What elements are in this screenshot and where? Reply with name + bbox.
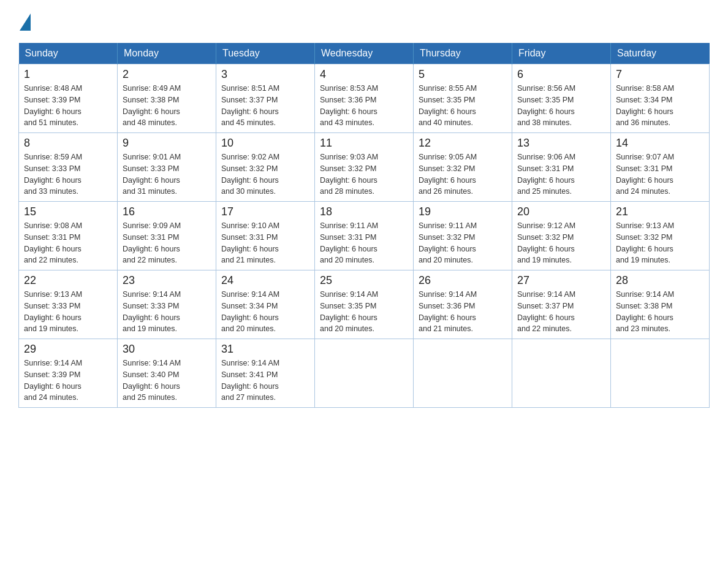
day-number: 19 bbox=[419, 205, 507, 218]
day-info: Sunrise: 9:14 AMSunset: 3:38 PMDaylight:… bbox=[616, 289, 704, 335]
calendar-header-wednesday: Wednesday bbox=[315, 43, 414, 64]
day-info: Sunrise: 9:13 AMSunset: 3:32 PMDaylight:… bbox=[616, 220, 704, 266]
day-info: Sunrise: 8:56 AMSunset: 3:35 PMDaylight:… bbox=[517, 83, 605, 129]
calendar-header-tuesday: Tuesday bbox=[216, 43, 315, 64]
day-number: 10 bbox=[221, 137, 309, 150]
day-number: 2 bbox=[123, 68, 211, 81]
day-info: Sunrise: 8:49 AMSunset: 3:38 PMDaylight:… bbox=[123, 83, 211, 129]
calendar-cell: 23Sunrise: 9:14 AMSunset: 3:33 PMDayligh… bbox=[118, 270, 216, 339]
day-number: 12 bbox=[419, 137, 507, 150]
day-info: Sunrise: 9:14 AMSunset: 3:40 PMDaylight:… bbox=[123, 358, 211, 404]
day-info: Sunrise: 9:06 AMSunset: 3:31 PMDaylight:… bbox=[517, 151, 605, 197]
day-info: Sunrise: 9:02 AMSunset: 3:32 PMDaylight:… bbox=[221, 151, 309, 197]
calendar-cell: 9Sunrise: 9:01 AMSunset: 3:33 PMDaylight… bbox=[118, 133, 216, 202]
day-info: Sunrise: 9:14 AMSunset: 3:37 PMDaylight:… bbox=[517, 289, 605, 335]
day-number: 6 bbox=[517, 68, 605, 81]
day-number: 23 bbox=[123, 274, 211, 287]
day-number: 28 bbox=[616, 274, 704, 287]
calendar-cell: 22Sunrise: 9:13 AMSunset: 3:33 PMDayligh… bbox=[19, 270, 118, 339]
calendar-cell: 12Sunrise: 9:05 AMSunset: 3:32 PMDayligh… bbox=[414, 133, 512, 202]
calendar-header-monday: Monday bbox=[118, 43, 216, 64]
calendar-week-row: 22Sunrise: 9:13 AMSunset: 3:33 PMDayligh… bbox=[19, 270, 710, 339]
calendar-header-thursday: Thursday bbox=[414, 43, 512, 64]
calendar-header-row: SundayMondayTuesdayWednesdayThursdayFrid… bbox=[19, 43, 710, 64]
day-info: Sunrise: 9:12 AMSunset: 3:32 PMDaylight:… bbox=[517, 220, 605, 266]
calendar-cell: 20Sunrise: 9:12 AMSunset: 3:32 PMDayligh… bbox=[512, 202, 611, 270]
calendar-header-friday: Friday bbox=[512, 43, 611, 64]
logo bbox=[18, 12, 33, 31]
day-number: 8 bbox=[24, 137, 112, 150]
day-info: Sunrise: 9:14 AMSunset: 3:33 PMDaylight:… bbox=[123, 289, 211, 335]
calendar-cell: 24Sunrise: 9:14 AMSunset: 3:34 PMDayligh… bbox=[216, 270, 315, 339]
calendar-header-sunday: Sunday bbox=[19, 43, 118, 64]
day-number: 22 bbox=[24, 274, 112, 287]
day-info: Sunrise: 8:55 AMSunset: 3:35 PMDaylight:… bbox=[419, 83, 507, 129]
calendar-header-saturday: Saturday bbox=[611, 43, 710, 64]
calendar-cell: 2Sunrise: 8:49 AMSunset: 3:38 PMDaylight… bbox=[118, 64, 216, 133]
calendar-cell bbox=[611, 339, 710, 408]
day-number: 3 bbox=[221, 68, 309, 81]
day-number: 13 bbox=[517, 137, 605, 150]
day-number: 26 bbox=[419, 274, 507, 287]
day-number: 1 bbox=[24, 68, 112, 81]
day-info: Sunrise: 9:09 AMSunset: 3:31 PMDaylight:… bbox=[123, 220, 211, 266]
calendar-cell: 15Sunrise: 9:08 AMSunset: 3:31 PMDayligh… bbox=[19, 202, 118, 270]
calendar-cell: 25Sunrise: 9:14 AMSunset: 3:35 PMDayligh… bbox=[315, 270, 414, 339]
day-info: Sunrise: 9:13 AMSunset: 3:33 PMDaylight:… bbox=[24, 289, 112, 335]
day-info: Sunrise: 9:14 AMSunset: 3:34 PMDaylight:… bbox=[221, 289, 309, 335]
day-info: Sunrise: 8:59 AMSunset: 3:33 PMDaylight:… bbox=[24, 151, 112, 197]
day-info: Sunrise: 9:11 AMSunset: 3:31 PMDaylight:… bbox=[320, 220, 408, 266]
calendar-cell: 18Sunrise: 9:11 AMSunset: 3:31 PMDayligh… bbox=[315, 202, 414, 270]
calendar-cell: 6Sunrise: 8:56 AMSunset: 3:35 PMDaylight… bbox=[512, 64, 611, 133]
calendar-week-row: 29Sunrise: 9:14 AMSunset: 3:39 PMDayligh… bbox=[19, 339, 710, 408]
calendar-cell: 7Sunrise: 8:58 AMSunset: 3:34 PMDaylight… bbox=[611, 64, 710, 133]
calendar-table: SundayMondayTuesdayWednesdayThursdayFrid… bbox=[18, 43, 710, 408]
day-number: 16 bbox=[123, 205, 211, 218]
calendar-cell bbox=[315, 339, 414, 408]
day-info: Sunrise: 8:48 AMSunset: 3:39 PMDaylight:… bbox=[24, 83, 112, 129]
day-number: 14 bbox=[616, 137, 704, 150]
day-number: 27 bbox=[517, 274, 605, 287]
day-number: 20 bbox=[517, 205, 605, 218]
day-info: Sunrise: 9:14 AMSunset: 3:39 PMDaylight:… bbox=[24, 358, 112, 404]
day-info: Sunrise: 9:08 AMSunset: 3:31 PMDaylight:… bbox=[24, 220, 112, 266]
calendar-cell: 13Sunrise: 9:06 AMSunset: 3:31 PMDayligh… bbox=[512, 133, 611, 202]
day-info: Sunrise: 9:14 AMSunset: 3:36 PMDaylight:… bbox=[419, 289, 507, 335]
day-info: Sunrise: 9:01 AMSunset: 3:33 PMDaylight:… bbox=[123, 151, 211, 197]
calendar-cell: 21Sunrise: 9:13 AMSunset: 3:32 PMDayligh… bbox=[611, 202, 710, 270]
day-number: 21 bbox=[616, 205, 704, 218]
day-number: 18 bbox=[320, 205, 408, 218]
day-number: 4 bbox=[320, 68, 408, 81]
calendar-cell: 10Sunrise: 9:02 AMSunset: 3:32 PMDayligh… bbox=[216, 133, 315, 202]
day-number: 24 bbox=[221, 274, 309, 287]
day-info: Sunrise: 9:14 AMSunset: 3:35 PMDaylight:… bbox=[320, 289, 408, 335]
day-info: Sunrise: 9:11 AMSunset: 3:32 PMDaylight:… bbox=[419, 220, 507, 266]
day-number: 7 bbox=[616, 68, 704, 81]
day-number: 29 bbox=[24, 343, 112, 356]
day-number: 30 bbox=[123, 343, 211, 356]
calendar-cell: 27Sunrise: 9:14 AMSunset: 3:37 PMDayligh… bbox=[512, 270, 611, 339]
day-number: 15 bbox=[24, 205, 112, 218]
day-info: Sunrise: 8:51 AMSunset: 3:37 PMDaylight:… bbox=[221, 83, 309, 129]
calendar-cell: 31Sunrise: 9:14 AMSunset: 3:41 PMDayligh… bbox=[216, 339, 315, 408]
day-info: Sunrise: 9:10 AMSunset: 3:31 PMDaylight:… bbox=[221, 220, 309, 266]
calendar-cell: 30Sunrise: 9:14 AMSunset: 3:40 PMDayligh… bbox=[118, 339, 216, 408]
calendar-cell: 3Sunrise: 8:51 AMSunset: 3:37 PMDaylight… bbox=[216, 64, 315, 133]
calendar-week-row: 8Sunrise: 8:59 AMSunset: 3:33 PMDaylight… bbox=[19, 133, 710, 202]
calendar-cell: 4Sunrise: 8:53 AMSunset: 3:36 PMDaylight… bbox=[315, 64, 414, 133]
day-number: 17 bbox=[221, 205, 309, 218]
calendar-cell: 16Sunrise: 9:09 AMSunset: 3:31 PMDayligh… bbox=[118, 202, 216, 270]
calendar-cell: 19Sunrise: 9:11 AMSunset: 3:32 PMDayligh… bbox=[414, 202, 512, 270]
day-info: Sunrise: 9:07 AMSunset: 3:31 PMDaylight:… bbox=[616, 151, 704, 197]
page-header bbox=[18, 12, 710, 31]
day-number: 31 bbox=[221, 343, 309, 356]
day-number: 9 bbox=[123, 137, 211, 150]
day-number: 11 bbox=[320, 137, 408, 150]
day-number: 5 bbox=[419, 68, 507, 81]
calendar-cell: 28Sunrise: 9:14 AMSunset: 3:38 PMDayligh… bbox=[611, 270, 710, 339]
day-info: Sunrise: 9:14 AMSunset: 3:41 PMDaylight:… bbox=[221, 358, 309, 404]
calendar-week-row: 1Sunrise: 8:48 AMSunset: 3:39 PMDaylight… bbox=[19, 64, 710, 133]
calendar-cell bbox=[414, 339, 512, 408]
logo-triangle-icon bbox=[20, 13, 31, 31]
day-number: 25 bbox=[320, 274, 408, 287]
